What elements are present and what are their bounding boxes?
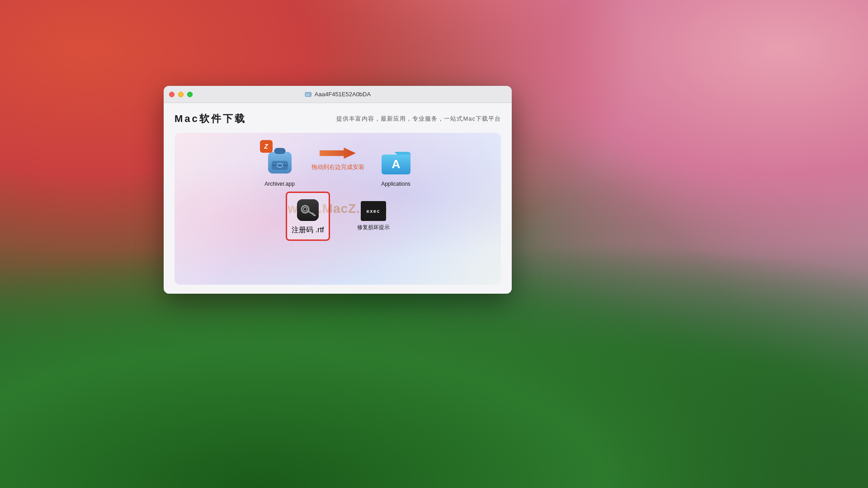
exec-icon: exec xyxy=(361,201,386,221)
svg-text:A: A xyxy=(392,157,400,171)
titlebar: Aaa4F451E52A0bDA xyxy=(164,86,512,103)
maximize-button[interactable] xyxy=(187,92,193,97)
applications-folder-icon: A xyxy=(378,142,414,178)
reg-file-label: 注册码 .rtf xyxy=(292,225,324,235)
svg-point-3 xyxy=(309,94,310,95)
dmg-icons: Z xyxy=(175,133,501,285)
z-badge: Z xyxy=(260,140,273,153)
bottom-icons-row: 注册码 .rtf exec 修复损坏提示 xyxy=(175,187,501,248)
window-title: Aaa4F451E52A0bDA xyxy=(305,91,371,98)
archiver-label: Archiver.app xyxy=(264,181,295,187)
dmg-content-area: www.MacZ.com Z xyxy=(175,133,501,285)
window-content: Mac软件下载 提供丰富内容，最新应用，专业服务，一站式Mac下载平台 www.… xyxy=(164,103,512,294)
top-icons-row: Z xyxy=(175,133,501,187)
drag-arrow-icon xyxy=(320,145,356,161)
repair-label: 修复损坏提示 xyxy=(357,224,390,231)
applications-folder-item[interactable]: A Applications xyxy=(378,142,414,187)
header-row: Mac软件下载 提供丰富内容，最新应用，专业服务，一站式Mac下载平台 xyxy=(175,112,501,126)
close-button[interactable] xyxy=(169,92,175,97)
site-title: Mac软件下载 xyxy=(175,112,246,126)
finder-window: Aaa4F451E52A0bDA Mac软件下载 提供丰富内容，最新应用，专业服… xyxy=(164,86,512,294)
svg-rect-2 xyxy=(307,94,308,94)
svg-marker-10 xyxy=(320,148,356,159)
keychain-icon xyxy=(295,197,321,223)
install-arrow: 拖动到右边完成安装 xyxy=(311,145,364,184)
svg-rect-14 xyxy=(297,199,319,221)
traffic-lights xyxy=(169,92,193,97)
site-subtitle: 提供丰富内容，最新应用，专业服务，一站式Mac下载平台 xyxy=(336,115,501,123)
svg-rect-19 xyxy=(313,215,316,216)
applications-label: Applications xyxy=(381,181,410,187)
minimize-button[interactable] xyxy=(178,92,184,97)
svg-rect-18 xyxy=(311,213,314,214)
install-arrow-label: 拖动到右边完成安装 xyxy=(311,163,364,171)
disk-icon xyxy=(305,91,312,98)
svg-rect-6 xyxy=(274,148,285,154)
reg-file-wrapper[interactable]: 注册码 .rtf xyxy=(286,192,330,241)
archiver-icon-item[interactable]: Z xyxy=(262,142,298,187)
exec-file-item[interactable]: exec 修复损坏提示 xyxy=(357,201,390,231)
